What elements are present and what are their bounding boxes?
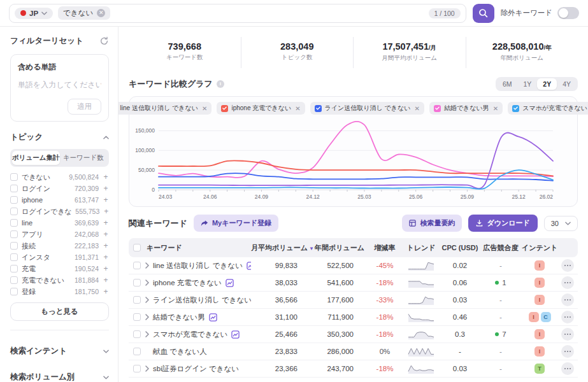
topic-checkbox[interactable] xyxy=(10,219,18,227)
remove-keyword-icon[interactable]: ✕ xyxy=(97,9,105,17)
exclude-keywords-toggle[interactable] xyxy=(557,7,579,19)
show-more-button[interactable]: もっと見る xyxy=(10,302,109,321)
range-button-2y[interactable]: 2Y xyxy=(537,78,557,90)
range-button-6m[interactable]: 6M xyxy=(497,78,518,90)
topic-checkbox[interactable] xyxy=(10,265,18,272)
legend-chip[interactable]: ライン送信取り消し できない✕ xyxy=(310,102,424,115)
country-selector[interactable]: JP xyxy=(15,8,53,19)
range-button-4y[interactable]: 4Y xyxy=(557,78,577,90)
row-checkbox[interactable] xyxy=(133,279,141,286)
row-checkbox[interactable] xyxy=(133,348,141,355)
topic-add-button[interactable]: + xyxy=(103,276,109,285)
keyword-graph-icon[interactable] xyxy=(231,330,240,339)
legend-chip[interactable]: 結婚できない男✕ xyxy=(429,102,503,115)
expand-chevron-icon[interactable] xyxy=(145,297,149,303)
row-menu-button[interactable] xyxy=(561,362,574,375)
topic-add-button[interactable]: + xyxy=(103,241,109,250)
keyword-text[interactable]: sbi証券ログイン できない xyxy=(153,364,239,374)
series-checkbox[interactable] xyxy=(434,105,441,112)
topic-add-button[interactable]: + xyxy=(103,264,109,273)
topic-add-button[interactable]: + xyxy=(103,173,109,181)
col-trend[interactable]: トレンド xyxy=(402,243,440,253)
keyword-text[interactable]: 結婚できない男 xyxy=(153,313,205,322)
expand-chevron-icon[interactable] xyxy=(145,262,149,269)
search-volume-summary-button[interactable]: 検索量要約 xyxy=(402,215,462,232)
keyword-graph-icon[interactable] xyxy=(247,262,251,270)
row-menu-button[interactable] xyxy=(561,259,574,272)
row-checkbox[interactable] xyxy=(133,262,141,269)
include-words-input[interactable] xyxy=(18,80,101,89)
topic-checkbox[interactable] xyxy=(10,242,18,250)
download-button[interactable]: ダウンロード xyxy=(468,215,537,232)
search-box[interactable]: JP できない ✕ 1 / 100 xyxy=(9,4,466,23)
topic-checkbox[interactable] xyxy=(10,208,18,215)
topic-checkbox[interactable] xyxy=(10,230,18,238)
expand-chevron-icon[interactable] xyxy=(145,279,149,286)
search-input[interactable] xyxy=(115,9,423,18)
col-keyword[interactable]: キーワード xyxy=(145,243,251,253)
legend-chip[interactable]: line 送信取り消し できない✕ xyxy=(118,102,212,115)
row-menu-button[interactable] xyxy=(561,311,574,323)
sidebar-section-volume[interactable]: 検索ボリューム別 xyxy=(10,372,109,382)
topic-checkbox[interactable] xyxy=(10,288,18,295)
topic-checkbox[interactable] xyxy=(10,173,18,181)
row-checkbox[interactable] xyxy=(133,296,141,304)
apply-button[interactable]: 適用 xyxy=(68,99,101,115)
monthly-volume: 99,833 xyxy=(251,262,312,269)
row-menu-button[interactable] xyxy=(561,328,574,341)
keyword-text[interactable]: iphone 充電できない xyxy=(153,278,222,288)
tab-keyword-count[interactable]: キーワード数 xyxy=(60,151,108,165)
col-monthly-volume[interactable]: 月平均ボリューム▼ xyxy=(251,243,312,253)
reset-icon[interactable] xyxy=(99,36,109,46)
topic-add-button[interactable]: + xyxy=(103,207,109,216)
range-button-1y[interactable]: 1Y xyxy=(517,78,537,90)
row-checkbox[interactable] xyxy=(133,313,141,321)
row-menu-button[interactable] xyxy=(561,294,574,306)
legend-chip[interactable]: スマホが充電できない✕ xyxy=(508,102,588,115)
topic-add-button[interactable]: + xyxy=(103,218,109,227)
keyword-graph-icon[interactable] xyxy=(226,279,234,287)
topic-checkbox[interactable] xyxy=(10,276,18,284)
series-checkbox[interactable] xyxy=(315,105,322,112)
legend-chip[interactable]: iphone 充電できない✕ xyxy=(217,102,305,115)
row-menu-button[interactable] xyxy=(561,276,574,289)
tab-volume-sum[interactable]: ボリューム集計 xyxy=(12,151,60,165)
col-change-rate[interactable]: 増減率 xyxy=(368,243,402,253)
legend-remove-icon[interactable]: ✕ xyxy=(295,105,300,112)
topic-add-button[interactable]: + xyxy=(103,230,109,239)
page-size-select[interactable]: 30 xyxy=(544,216,578,231)
topic-add-button[interactable]: + xyxy=(103,195,109,204)
select-all-checkbox[interactable] xyxy=(133,244,141,251)
register-my-keywords-button[interactable]: Myキーワード登録 xyxy=(194,215,278,232)
col-intent[interactable]: インテント xyxy=(522,243,557,253)
row-checkbox[interactable] xyxy=(133,330,141,338)
legend-remove-icon[interactable]: ✕ xyxy=(414,105,419,112)
keyword-text[interactable]: line 送信取り消し できない xyxy=(153,261,243,271)
keyword-text[interactable]: スマホが充電できない xyxy=(153,330,227,339)
col-ad-competition[interactable]: 広告競合度 xyxy=(480,243,522,253)
expand-chevron-icon[interactable] xyxy=(145,331,149,337)
col-cpc[interactable]: CPC (USD) xyxy=(440,244,480,251)
keyword-text[interactable]: ライン送信取り消し できない xyxy=(153,295,251,305)
topic-section-header[interactable]: トピック xyxy=(10,132,109,143)
series-checkbox[interactable] xyxy=(512,105,519,112)
expand-chevron-icon[interactable] xyxy=(145,365,149,372)
row-checkbox[interactable] xyxy=(133,365,141,372)
sidebar-section-search-intent[interactable]: 検索インテント xyxy=(10,346,109,357)
row-menu-button[interactable] xyxy=(561,345,574,358)
legend-remove-icon[interactable]: ✕ xyxy=(493,105,498,112)
series-checkbox[interactable] xyxy=(221,105,228,112)
topic-add-button[interactable]: + xyxy=(103,287,109,296)
legend-remove-icon[interactable]: ✕ xyxy=(202,105,207,112)
topic-add-button[interactable]: + xyxy=(103,184,109,193)
search-button[interactable] xyxy=(473,4,494,23)
expand-chevron-icon[interactable] xyxy=(145,314,149,320)
topic-add-button[interactable]: + xyxy=(103,253,109,262)
col-yearly-volume[interactable]: 年間ボリューム xyxy=(312,243,368,253)
topic-checkbox[interactable] xyxy=(10,185,18,192)
topic-checkbox[interactable] xyxy=(10,196,18,204)
keyword-graph-icon[interactable] xyxy=(209,313,217,322)
info-icon[interactable]: i xyxy=(217,80,224,88)
keyword-text[interactable]: 献血 できない人 xyxy=(153,347,207,357)
topic-checkbox[interactable] xyxy=(10,253,18,261)
